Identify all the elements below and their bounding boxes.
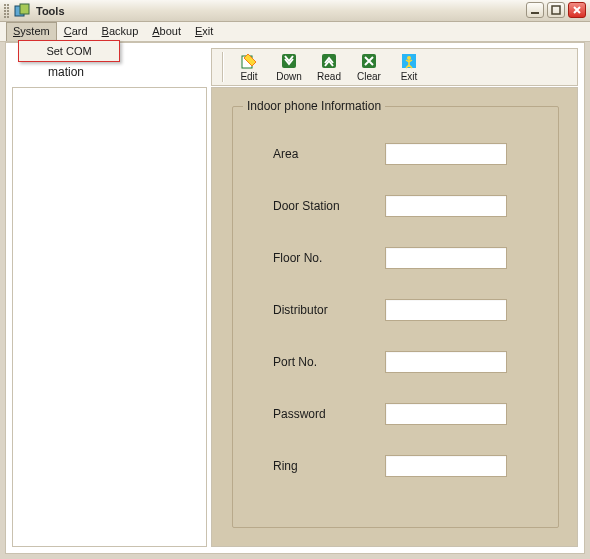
title-bar: Tools [0,0,590,22]
sidebar-tree[interactable] [12,87,207,547]
label-password: Password [273,407,385,421]
menu-about[interactable]: About [145,22,188,41]
edit-button[interactable]: Edit [232,50,266,84]
label-floor-no: Floor No. [273,251,385,265]
input-password[interactable] [385,403,507,425]
label-area: Area [273,147,385,161]
grip-handle[interactable] [7,4,9,18]
toolbar: Edit Down Read Clear Exit [211,48,578,86]
minimize-button[interactable] [526,2,544,18]
row-password: Password [273,403,538,425]
down-button[interactable]: Down [272,50,306,84]
input-distributor[interactable] [385,299,507,321]
dropdown-set-com[interactable]: Set COM [19,41,119,61]
clear-button[interactable]: Clear [352,50,386,84]
row-port-no: Port No. [273,351,538,373]
pencil-note-icon [240,52,258,70]
arrow-down-icon [280,52,298,70]
close-button[interactable] [568,2,586,18]
client-area: mation Edit Down Read Clear [5,42,585,554]
group-legend: Indoor phone Information [243,99,385,113]
exit-icon [400,52,418,70]
label-ring: Ring [273,459,385,473]
arrow-up-icon [320,52,338,70]
input-ring[interactable] [385,455,507,477]
read-label: Read [317,71,341,82]
menu-bar: System Card Backup About Exit [0,22,590,42]
row-distributor: Distributor [273,299,538,321]
app-icon [14,3,30,19]
maximize-button[interactable] [547,2,565,18]
clear-label: Clear [357,71,381,82]
label-port-no: Port No. [273,355,385,369]
input-door-station[interactable] [385,195,507,217]
indoor-phone-group: Indoor phone Information Area Door Stati… [232,106,559,528]
menu-system[interactable]: System [6,22,57,41]
label-door-station: Door Station [273,199,385,213]
row-ring: Ring [273,455,538,477]
input-floor-no[interactable] [385,247,507,269]
down-label: Down [276,71,302,82]
svg-rect-3 [552,6,560,14]
svg-rect-1 [20,4,29,14]
x-icon [360,52,378,70]
grip-handle[interactable] [4,4,6,18]
exit-label: Exit [401,71,418,82]
label-distributor: Distributor [273,303,385,317]
page-subtitle-partial: mation [48,65,84,79]
system-dropdown: Set COM [18,40,120,62]
toolbar-divider [222,52,224,82]
menu-card[interactable]: Card [57,22,95,41]
input-area[interactable] [385,143,507,165]
svg-rect-2 [531,12,539,14]
window-title: Tools [36,5,65,17]
exit-button[interactable]: Exit [392,50,426,84]
input-port-no[interactable] [385,351,507,373]
svg-point-9 [407,56,411,60]
menu-exit[interactable]: Exit [188,22,220,41]
main-panel: Indoor phone Information Area Door Stati… [211,87,578,547]
row-door-station: Door Station [273,195,538,217]
edit-label: Edit [240,71,257,82]
menu-backup[interactable]: Backup [95,22,146,41]
row-area: Area [273,143,538,165]
row-floor-no: Floor No. [273,247,538,269]
read-button[interactable]: Read [312,50,346,84]
